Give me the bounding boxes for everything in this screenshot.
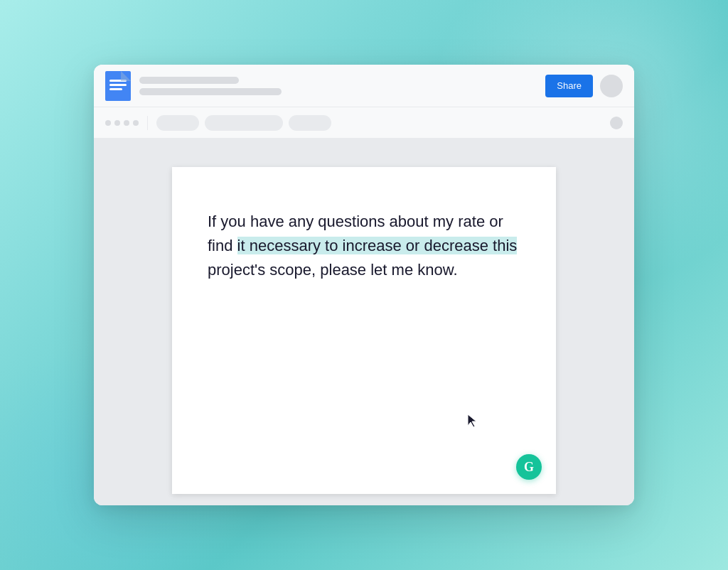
- toolbar-end: [610, 117, 623, 129]
- svg-rect-3: [109, 88, 122, 90]
- title-bar: Share: [94, 65, 634, 107]
- document-paragraph: If you have any questions about my rate …: [208, 210, 520, 282]
- document-page: If you have any questions about my rate …: [172, 167, 556, 494]
- toolbar-pill-3[interactable]: [289, 115, 331, 131]
- cursor-icon: [466, 413, 479, 431]
- toolbar-pill-2[interactable]: [205, 115, 283, 131]
- toolbar-dot-2: [114, 120, 120, 126]
- share-button[interactable]: Share: [545, 75, 593, 97]
- app-icon: [105, 71, 131, 101]
- toolbar-dot-4: [133, 120, 139, 126]
- toolbar-dots: [105, 120, 139, 126]
- toolbar-divider-1: [147, 116, 148, 130]
- grammarly-icon: G: [524, 460, 534, 475]
- title-bar-actions: Share: [545, 75, 623, 97]
- toolbar-end-dot: [610, 117, 623, 129]
- document-title-line: [139, 77, 239, 84]
- toolbar-dot-3: [124, 120, 129, 126]
- toolbar: [94, 107, 634, 139]
- svg-rect-2: [109, 84, 127, 86]
- app-window: Share If you have any questions about my…: [94, 65, 634, 505]
- text-part2: project's scope, please let me know.: [208, 261, 458, 279]
- grammarly-button[interactable]: G: [516, 454, 542, 480]
- text-highlighted: it necessary to increase or decrease thi…: [237, 237, 518, 254]
- avatar: [600, 75, 623, 97]
- title-info: [139, 77, 537, 95]
- document-subtitle-line: [139, 88, 282, 95]
- document-area: If you have any questions about my rate …: [94, 139, 634, 505]
- toolbar-pill-1[interactable]: [156, 115, 199, 131]
- toolbar-dot-1: [105, 120, 111, 126]
